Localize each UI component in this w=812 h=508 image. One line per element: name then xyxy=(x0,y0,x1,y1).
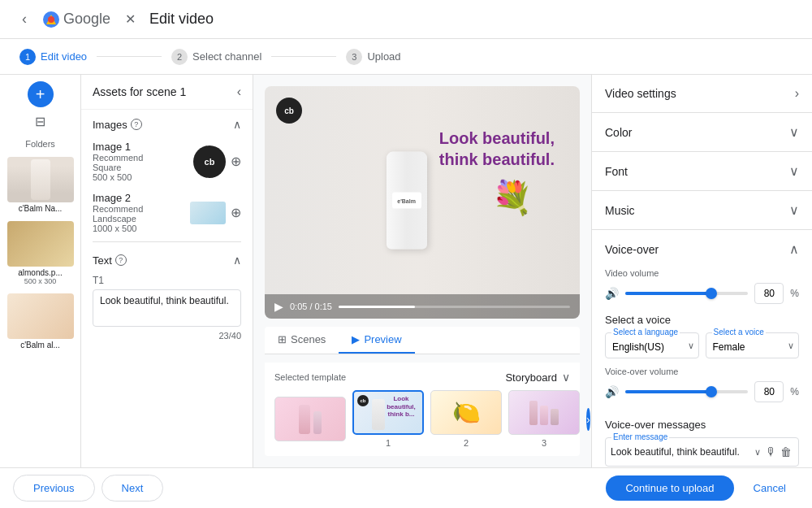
images-info-icon[interactable]: ? xyxy=(131,119,142,130)
step-1[interactable]: 1 Edit video xyxy=(19,49,87,65)
back-arrow-icon[interactable]: ‹ xyxy=(13,8,36,31)
frame-1-logo: cb xyxy=(357,395,369,406)
music-section[interactable]: Music ∨ xyxy=(592,191,812,230)
frame-1-num: 1 xyxy=(386,438,391,448)
flowers-decoration: 💐 xyxy=(492,179,533,217)
font-toggle[interactable]: ∨ xyxy=(789,163,799,179)
right-panel: Video settings › Color ∨ Font ∨ Music ∨ xyxy=(591,75,812,467)
cancel-button[interactable]: Cancel xyxy=(741,475,799,501)
color-section[interactable]: Color ∨ xyxy=(592,113,812,152)
storyboard-next-icon[interactable]: › xyxy=(586,408,590,431)
selected-template-frame[interactable] xyxy=(274,397,346,441)
message-dropdown-arrow[interactable]: ∨ xyxy=(754,447,761,458)
assets-panel-title: Assets for scene 1 xyxy=(93,85,186,98)
image-1-zoom-icon[interactable]: ⊕ xyxy=(231,154,241,169)
color-label: Color xyxy=(605,126,632,139)
play-button[interactable]: ▶ xyxy=(274,300,283,313)
step-3[interactable]: 3 Upload xyxy=(346,49,400,65)
text-info-icon[interactable]: ? xyxy=(115,254,127,266)
app-name: Google xyxy=(63,11,110,28)
next-button[interactable]: Next xyxy=(102,475,164,501)
language-select-label: Select a language xyxy=(613,328,678,336)
music-toggle[interactable]: ∨ xyxy=(789,202,799,218)
storyboard-area: Selected template Storyboard ∨ xyxy=(265,363,580,456)
message-input[interactable] xyxy=(611,438,754,466)
image-2-detail3: 1000 x 500 xyxy=(93,224,143,233)
storyboard-frame-3[interactable]: 3 xyxy=(508,390,580,448)
scenes-tab-icon: ⊞ xyxy=(278,333,287,345)
image-1-detail3: 500 x 500 xyxy=(93,172,143,182)
storyboard-frame-2[interactable]: 🍋 2 xyxy=(430,390,502,448)
continue-button[interactable]: Continue to upload xyxy=(606,475,733,501)
delete-message-button[interactable]: 🗑 xyxy=(779,444,793,460)
folders-label: Folders xyxy=(25,139,55,149)
video-volume-slider[interactable] xyxy=(625,292,748,295)
images-section-header[interactable]: Images ? ∧ xyxy=(81,110,253,136)
video-volume-unit: % xyxy=(790,288,799,299)
image-2-detail2: Landscape xyxy=(93,214,143,224)
vo-volume-slider[interactable] xyxy=(625,390,748,393)
images-section-title: Images ? xyxy=(93,119,142,131)
video-text-overlay: Look beautiful, think beautiful. xyxy=(439,128,555,170)
sidebar-item[interactable]: c'Balm Na... xyxy=(7,157,74,213)
video-player: e'Balm 💐 cb Look beautiful, think beauti… xyxy=(265,86,580,319)
previous-button[interactable]: Previous xyxy=(13,475,95,501)
image-2-thumb xyxy=(190,202,226,224)
brand-logo-overlay: cb xyxy=(276,98,302,124)
sidebar-item-label: almonds.p... xyxy=(7,268,74,277)
image-1-item: Image 1 Recommend Square 500 x 500 cb ⊕ xyxy=(81,136,253,187)
storyboard-frame-1[interactable]: cb Look beautiful, think b... 1 xyxy=(352,390,424,448)
vo-volume-input[interactable] xyxy=(754,381,784,402)
step-2-num: 2 xyxy=(171,49,188,65)
char-count: 23/40 xyxy=(93,331,241,341)
storyboard-title: Storyboard xyxy=(505,371,557,384)
sidebar-item[interactable]: c'Balm al... xyxy=(7,293,74,350)
sidebar-item[interactable]: almonds.p... 500 x 300 xyxy=(7,221,74,285)
text-section-header[interactable]: Text ? ∧ xyxy=(81,245,253,271)
collapse-panel-icon[interactable]: ‹ xyxy=(237,85,241,99)
text-section-toggle[interactable]: ∧ xyxy=(233,254,241,267)
select-voice-title: Select a voice xyxy=(605,314,799,326)
text-section-title: Text ? xyxy=(93,254,127,267)
progress-bar[interactable] xyxy=(339,306,570,308)
assets-panel-header: Assets for scene 1 ‹ xyxy=(81,75,253,110)
image-1-detail2: Square xyxy=(93,163,143,172)
image-2-zoom-icon[interactable]: ⊕ xyxy=(231,205,241,220)
enter-message-label: Enter message xyxy=(613,432,667,441)
step-2-label: Select channel xyxy=(192,50,261,63)
video-volume-input[interactable] xyxy=(754,283,784,304)
video-volume-label: Video volume xyxy=(605,268,799,278)
google-ads-logo: Google xyxy=(42,11,110,28)
preview-tab-icon: ▶ xyxy=(352,333,360,345)
scenes-tab-label: Scenes xyxy=(291,333,326,345)
storyboard-expand-icon[interactable]: ∨ xyxy=(562,371,570,384)
step-3-label: Upload xyxy=(367,50,400,63)
dialog-title: Edit video xyxy=(149,11,214,28)
t1-label: T1 xyxy=(93,275,241,286)
images-section-toggle[interactable]: ∧ xyxy=(233,118,241,131)
font-section[interactable]: Font ∨ xyxy=(592,152,812,191)
color-toggle[interactable]: ∨ xyxy=(789,124,799,140)
mic-button[interactable]: 🎙 xyxy=(764,444,779,460)
text-input[interactable]: Look beautiful, think beautiful. xyxy=(93,289,241,327)
vo-speaker-icon: 🔊 xyxy=(605,385,619,398)
close-icon[interactable]: ✕ xyxy=(120,10,140,29)
video-settings-toggle[interactable]: › xyxy=(795,86,799,101)
filter-icon[interactable]: ⊟ xyxy=(35,114,45,129)
video-settings-section[interactable]: Video settings › xyxy=(592,75,812,113)
step-2[interactable]: 2 Select channel xyxy=(171,49,261,65)
image-1-thumb: cb xyxy=(193,145,226,178)
voice-over-toggle[interactable]: ∧ xyxy=(789,241,799,257)
step-1-label: Edit video xyxy=(41,50,87,63)
image-1-detail1: Recommend xyxy=(93,153,143,163)
scenes-tab[interactable]: ⊞ Scenes xyxy=(265,327,339,354)
sidebar-item-sub: 500 x 300 xyxy=(7,277,74,285)
image-2-item: Image 2 Recommend Landscape 1000 x 500 ⊕ xyxy=(81,187,253,238)
add-asset-button[interactable]: + xyxy=(28,81,54,107)
preview-tab[interactable]: ▶ Preview xyxy=(339,327,414,354)
font-label: Font xyxy=(605,165,628,178)
video-controls: ▶ 0:05 / 0:15 xyxy=(265,294,580,319)
svg-point-1 xyxy=(48,16,54,23)
voice-over-header[interactable]: Voice-over ∧ xyxy=(592,230,812,268)
video-center-area: e'Balm 💐 cb Look beautiful, think beauti… xyxy=(253,75,591,467)
